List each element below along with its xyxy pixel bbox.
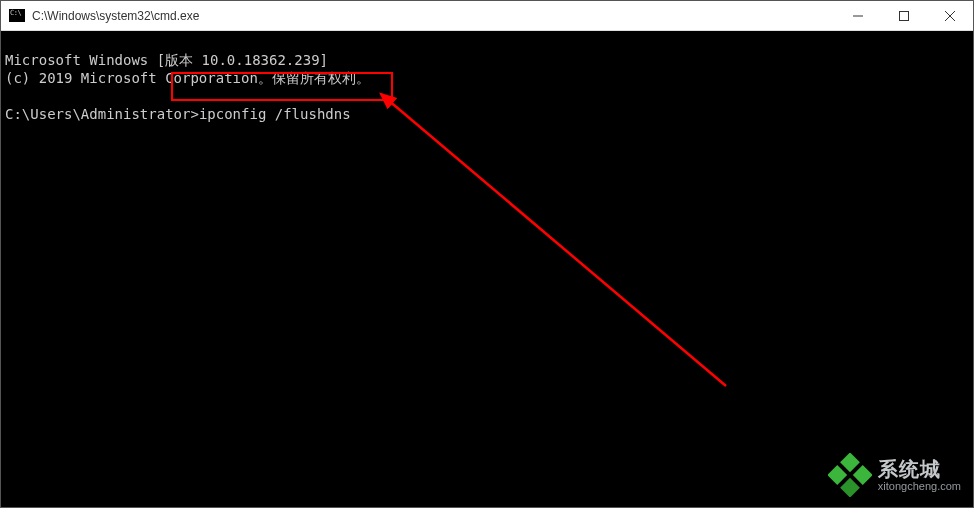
titlebar[interactable]: C:\Windows\system32\cmd.exe: [1, 1, 973, 31]
console-area[interactable]: Microsoft Windows [版本 10.0.18362.239](c)…: [1, 31, 973, 507]
close-button[interactable]: [927, 1, 973, 30]
console-prompt-line: C:\Users\Administrator>ipconfig /flushdn…: [5, 105, 969, 123]
console-line-version: Microsoft Windows [版本 10.0.18362.239]: [5, 51, 969, 69]
prompt-path: C:\Users\Administrator>: [5, 106, 199, 122]
svg-rect-1: [900, 11, 909, 20]
cmd-window: C:\Windows\system32\cmd.exe Microsoft Wi…: [0, 0, 974, 508]
minimize-button[interactable]: [835, 1, 881, 30]
cmd-icon: [9, 9, 25, 22]
window-title: C:\Windows\system32\cmd.exe: [32, 9, 199, 23]
maximize-icon: [899, 11, 909, 21]
console-line-copyright: (c) 2019 Microsoft Corporation。保留所有权利。: [5, 69, 969, 87]
close-icon: [945, 11, 955, 21]
minimize-icon: [853, 11, 863, 21]
maximize-button[interactable]: [881, 1, 927, 30]
typed-command: ipconfig /flushdns: [199, 106, 351, 122]
window-controls: [835, 1, 973, 30]
